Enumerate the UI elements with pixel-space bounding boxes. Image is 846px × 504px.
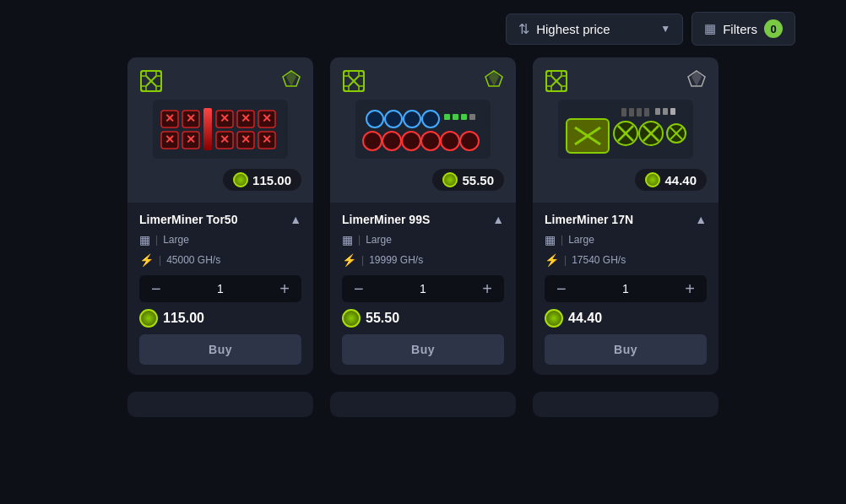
card-body-2: LimerMiner 99S ▲ ▦ | Large ⚡ | 19999 GH/… (330, 203, 516, 375)
collapse-button-3[interactable]: ▲ (695, 213, 707, 226)
svg-text:✕: ✕ (262, 111, 272, 125)
total-price-val-1: 115.00 (163, 311, 204, 326)
svg-rect-63 (629, 108, 634, 117)
card-body-3: LimerMiner 17N ▲ ▦ | Large ⚡ | 17540 GH/… (533, 203, 719, 375)
svg-rect-43 (444, 114, 450, 120)
card-title-row-3: LimerMiner 17N ▲ (545, 213, 707, 226)
diamond-icon-3 (686, 69, 707, 89)
svg-rect-65 (644, 108, 649, 117)
total-price-val-3: 44.40 (568, 311, 602, 326)
card-title-row-1: LimerMiner Tor50 ▲ (139, 213, 301, 226)
svg-text:✕: ✕ (165, 133, 175, 146)
svg-point-51 (441, 132, 459, 150)
card-title-row-2: LimerMiner 99S ▲ (342, 213, 504, 226)
card-price-badge-3: 44.40 (635, 169, 707, 191)
card-price-badge-val-3: 44.40 (664, 173, 697, 187)
qty-plus-2[interactable]: + (477, 279, 497, 299)
card-image-wrapper-1: ✕ ✕ ✕ ✕ ✕ (127, 57, 313, 203)
qty-value-1: 1 (217, 282, 224, 295)
bottom-row-stubs (0, 392, 846, 417)
card-hashrate-row-1: ⚡ | 45000 GH/s (139, 253, 301, 267)
chevron-down-icon: ▼ (660, 23, 670, 35)
hashrate-icon-2: ⚡ (342, 253, 356, 267)
card-size-3: Large (568, 234, 594, 246)
card-hashrate-row-2: ⚡ | 19999 GH/s (342, 253, 504, 267)
svg-text:✕: ✕ (262, 133, 272, 146)
svg-rect-45 (461, 114, 467, 120)
card-title-1: LimerMiner Tor50 (139, 213, 237, 226)
qty-plus-1[interactable]: + (274, 279, 295, 299)
card-qty-row-3: − 1 + (545, 275, 707, 302)
svg-point-47 (363, 132, 382, 150)
filter-icon: ▦ (704, 21, 716, 36)
card-image-wrapper-2: 55.50 (330, 57, 516, 203)
card-size-row-2: ▦ | Large (342, 233, 504, 247)
svg-text:✕: ✕ (165, 111, 175, 125)
svg-point-40 (385, 111, 402, 127)
svg-point-48 (382, 132, 401, 150)
card-size-1: Large (163, 234, 189, 246)
bottom-card-stub-1 (127, 392, 313, 417)
buy-button-1[interactable]: Buy (139, 334, 301, 365)
hashrate-icon-1: ⚡ (139, 253, 154, 267)
card-total-price-1: 115.00 (139, 309, 301, 328)
card-badge-icon-2 (342, 69, 366, 93)
svg-rect-44 (453, 114, 458, 120)
card-limerminer-99s: 55.50 LimerMiner 99S ▲ ▦ | Large ⚡ | 199… (330, 57, 516, 375)
svg-point-52 (460, 132, 479, 150)
hashrate-icon-3: ⚡ (545, 253, 559, 267)
coin-icon-badge-1 (233, 172, 248, 187)
coin-icon-badge-3 (645, 172, 660, 187)
buy-button-3[interactable]: Buy (545, 334, 707, 365)
card-price-badge-val-1: 115.00 (252, 173, 291, 187)
sort-label: Highest price (536, 22, 653, 36)
svg-rect-66 (655, 108, 660, 115)
card-title-3: LimerMiner 17N (545, 213, 633, 226)
top-bar: ⇅ Highest price ▼ ▦ Filters 0 (0, 0, 846, 57)
svg-point-42 (422, 111, 439, 127)
card-size-row-3: ▦ | Large (545, 233, 707, 247)
svg-text:✕: ✕ (186, 111, 196, 125)
svg-point-41 (404, 111, 420, 127)
card-badge-icon-1 (139, 69, 163, 93)
svg-point-49 (402, 132, 420, 150)
svg-point-50 (421, 132, 440, 150)
card-size-row-1: ▦ | Large (139, 233, 301, 247)
svg-text:✕: ✕ (186, 133, 196, 146)
card-hashrate-1: 45000 GH/s (166, 254, 220, 266)
size-icon-1: ▦ (139, 233, 150, 247)
card-price-badge-val-2: 55.50 (462, 173, 494, 187)
filter-button[interactable]: ▦ Filters 0 (691, 12, 795, 46)
card-image-wrapper-3: 44.40 (533, 57, 719, 203)
card-miner-image-2 (355, 100, 491, 159)
collapse-button-1[interactable]: ▲ (290, 213, 301, 226)
buy-button-2[interactable]: Buy (342, 334, 504, 365)
card-miner-image-3 (558, 100, 693, 159)
collapse-button-2[interactable]: ▲ (492, 213, 504, 226)
sort-dropdown[interactable]: ⇅ Highest price ▼ (506, 14, 683, 45)
card-badge-icon-3 (545, 69, 568, 93)
card-hashrate-2: 19999 GH/s (369, 254, 423, 266)
svg-rect-13 (203, 108, 212, 150)
qty-plus-3[interactable]: + (680, 279, 700, 299)
card-miner-image-1: ✕ ✕ ✕ ✕ ✕ (153, 100, 288, 159)
svg-rect-68 (670, 108, 675, 115)
svg-text:✕: ✕ (241, 111, 251, 125)
svg-rect-46 (469, 114, 475, 120)
svg-rect-67 (663, 108, 668, 115)
card-hashrate-row-3: ⚡ | 17540 GH/s (545, 253, 707, 267)
coin-icon-badge-2 (442, 172, 458, 187)
sort-icon: ⇅ (518, 21, 529, 37)
svg-text:✕: ✕ (241, 133, 251, 146)
filter-count-badge: 0 (764, 19, 783, 38)
qty-minus-3[interactable]: − (551, 279, 572, 299)
svg-text:✕: ✕ (220, 111, 230, 125)
coin-icon-total-1 (139, 309, 158, 328)
svg-text:✕: ✕ (220, 133, 230, 146)
diamond-icon-2 (484, 69, 504, 89)
card-total-price-3: 44.40 (545, 309, 707, 328)
qty-minus-2[interactable]: − (349, 279, 369, 299)
size-icon-3: ▦ (545, 233, 556, 247)
cards-grid: ✕ ✕ ✕ ✕ ✕ (0, 57, 846, 392)
qty-minus-1[interactable]: − (146, 279, 166, 299)
